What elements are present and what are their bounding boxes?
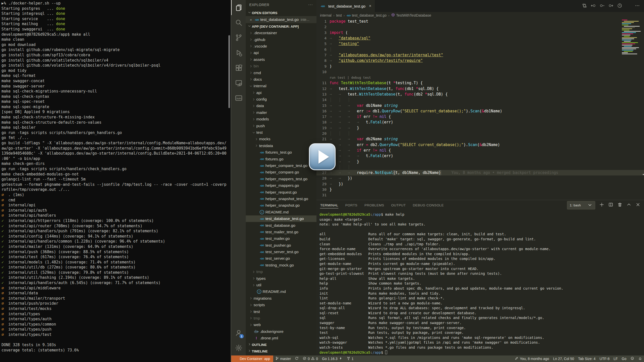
- tree-file-helper_compare.go[interactable]: -GOhelper_compare.go: [246, 169, 316, 175]
- close-panel-icon[interactable]: [635, 202, 640, 208]
- broadcast-status[interactable]: 1: [345, 355, 356, 362]
- more-actions-icon[interactable]: ···: [308, 3, 313, 7]
- split-editor-icon[interactable]: [626, 3, 631, 9]
- go-version-status[interactable]: Go 1.16.3: [320, 355, 345, 362]
- activity-run-debug-icon[interactable]: [231, 45, 246, 60]
- tree-folder-mailer[interactable]: mailer: [246, 109, 316, 116]
- code-line-13[interactable]: 13→ → test.WithTestDatabase(t, func(db2 …: [316, 92, 644, 97]
- tree-folder-api[interactable]: api: [246, 89, 316, 96]
- tree-file-test_mailer.go[interactable]: -GOtest_mailer.go: [246, 235, 316, 242]
- panel-tab-problems[interactable]: PROBLEMS: [364, 202, 384, 208]
- history-icon[interactable]: [617, 3, 622, 9]
- tree-file-helper_snapshot_test.go[interactable]: -GOhelper_snapshot_test.go: [246, 196, 316, 202]
- open-editor-item[interactable]: × -GO test_database_test.go inte...: [246, 16, 316, 23]
- notifications-status[interactable]: [636, 355, 644, 362]
- problems-status[interactable]: 0 0: [301, 355, 320, 362]
- code-line-19[interactable]: 19→ → → }: [316, 125, 644, 131]
- breadcrumb-item[interactable]: test: [336, 13, 342, 17]
- code-line-1[interactable]: 1package test_test: [316, 19, 644, 24]
- tree-folder-tmp[interactable]: tmp: [246, 315, 316, 322]
- code-line-24[interactable]: 24→ → → → t.Fatal(err): [316, 153, 644, 159]
- tree-folder-web[interactable]: web: [246, 322, 316, 328]
- code-line-7[interactable]: 7→ "allaboutapps.dev/aw/go-starter/inter…: [316, 52, 644, 58]
- panel-tab-debug-console[interactable]: DEBUG CONSOLE: [413, 202, 444, 208]
- shell-select[interactable]: 1: bash: [567, 201, 595, 209]
- activity-explorer-icon[interactable]: [231, 0, 246, 15]
- outline-header[interactable]: OUTLINE: [246, 341, 316, 348]
- tree-file-test_database_test.go[interactable]: -GOtest_database_test.go: [246, 215, 316, 222]
- breadcrumb-item[interactable]: internal: [320, 13, 332, 17]
- code-editor[interactable]: 1package test_test23import (4→ "database…: [316, 19, 644, 200]
- tree-file-.drone.yml[interactable]: !.drone.yml: [246, 335, 316, 341]
- breadcrumb-item[interactable]: -GOtest_database_test.go: [346, 13, 386, 17]
- tree-folder-util[interactable]: util: [246, 282, 316, 288]
- left-terminal[interactable]: ▶% ./docker-helper.sh --upStarting postg…: [0, 0, 231, 362]
- tab-test-database-test-go[interactable]: -GO test_database_test.go ×: [316, 0, 375, 12]
- sync-status[interactable]: [293, 355, 301, 362]
- blame-status[interactable]: You, 8 months ago: [513, 355, 551, 362]
- tree-file-.dockerignore[interactable]: .dockerignore: [246, 328, 316, 335]
- panel-tab-ports[interactable]: PORTS: [345, 202, 357, 208]
- tree-file-fixtures_test.go[interactable]: -GOfixtures_test.go: [246, 149, 316, 156]
- code-line-17[interactable]: 17→ → → if err != nil {: [316, 114, 644, 119]
- remote-indicator[interactable]: Dev Container: app: [231, 355, 273, 362]
- tree-folder-testdata[interactable]: testdata: [246, 143, 316, 149]
- code-line-11[interactable]: 11func TestWithTestDatabase(t *testing.T…: [316, 80, 644, 86]
- tree-folder-migrations[interactable]: migrations: [246, 295, 316, 302]
- code-line-6[interactable]: 6│: [316, 47, 644, 52]
- tree-folder-assets[interactable]: assets: [246, 56, 316, 63]
- tree-folder-cmd[interactable]: cmd: [246, 69, 316, 76]
- change-dash-icon[interactable]: [599, 3, 605, 9]
- activity-account-icon[interactable]: 1: [231, 325, 246, 340]
- code-line-5[interactable]: 5→ "testing": [316, 41, 644, 47]
- tree-file-test_pusher.go[interactable]: -GOtest_pusher.go: [246, 242, 316, 249]
- code-line-14[interactable]: 14│ │ │: [316, 97, 644, 103]
- activity-extensions-icon[interactable]: [231, 60, 246, 75]
- git-compare-icon[interactable]: [582, 3, 587, 9]
- tree-folder-api[interactable]: api: [246, 50, 316, 56]
- open-change-left-icon[interactable]: [591, 3, 596, 9]
- tree-folder-data[interactable]: data: [246, 103, 316, 109]
- activity-settings-icon[interactable]: [231, 340, 246, 355]
- code-line-8[interactable]: 8→ "github.com/stretchr/testify/require": [316, 58, 644, 63]
- tree-folder-tmp[interactable]: tmp: [246, 268, 316, 275]
- code-line-26[interactable]: 26│ │ │: [316, 164, 644, 170]
- code-line-18[interactable]: 18→ → → → t.Fatal(err): [316, 119, 644, 125]
- tree-folder-.github[interactable]: .github: [246, 36, 316, 43]
- cursor-position-status[interactable]: Ln 27, Col 50: [551, 355, 576, 362]
- maximize-panel-icon[interactable]: [626, 202, 631, 208]
- tree-folder-docs[interactable]: docs: [246, 76, 316, 83]
- panel-tab-output[interactable]: OUTPUT: [391, 202, 406, 208]
- activity-source-control-icon[interactable]: [231, 30, 246, 45]
- activity-api-client-icon[interactable]: /API: [231, 90, 246, 106]
- encoding-status[interactable]: UTF-8: [597, 355, 612, 362]
- eol-status[interactable]: LF: [612, 355, 620, 362]
- code-line-3[interactable]: 3import (: [316, 30, 644, 35]
- tree-file-README.md[interactable]: README.md: [246, 288, 316, 295]
- change-next-icon[interactable]: [608, 3, 614, 9]
- code-line-21[interactable]: 21→ → → var db2Name string: [316, 136, 644, 142]
- feedback-status[interactable]: [628, 355, 636, 362]
- tree-folder-bin[interactable]: bin: [246, 63, 316, 69]
- tree-folder-.devcontainer[interactable]: .devcontainer: [246, 30, 316, 36]
- code-line-27[interactable]: 27→ → → require.NotEqual(t, db1Name, db2…: [316, 170, 644, 175]
- code-line-4[interactable]: 4→ "database/sql": [316, 35, 644, 41]
- code-line-10[interactable]: 10: [316, 69, 644, 75]
- workspace-header[interactable]: APP [DEV CONTAINER: APP]: [246, 23, 316, 30]
- code-line-2[interactable]: 2: [316, 24, 644, 30]
- tree-file-helper_request.go[interactable]: -GOhelper_request.go: [246, 189, 316, 195]
- terminal-scrollbar[interactable]: [228, 35, 230, 108]
- code-line-23[interactable]: 23→ → → if err != nil {: [316, 148, 644, 153]
- play-button-overlay[interactable]: [309, 143, 336, 170]
- tree-file-helper_snapshot.go[interactable]: -GOhelper_snapshot.go: [246, 202, 316, 209]
- language-mode-status[interactable]: Go: [620, 355, 628, 362]
- more-actions-icon[interactable]: [635, 3, 640, 9]
- new-terminal-icon[interactable]: [599, 202, 604, 208]
- git-branch-status[interactable]: master: [273, 355, 293, 362]
- code-line-15[interactable]: 15→ → → var db1Name string: [316, 103, 644, 108]
- tree-folder-mocks[interactable]: mocks: [246, 136, 316, 142]
- tree-folder-scripts[interactable]: scripts: [246, 302, 316, 308]
- code-line-30[interactable]: 30}: [316, 187, 644, 192]
- tree-file-test_database.go[interactable]: -GOtest_database.go: [246, 222, 316, 229]
- code-line-29[interactable]: 29→ }): [316, 181, 644, 187]
